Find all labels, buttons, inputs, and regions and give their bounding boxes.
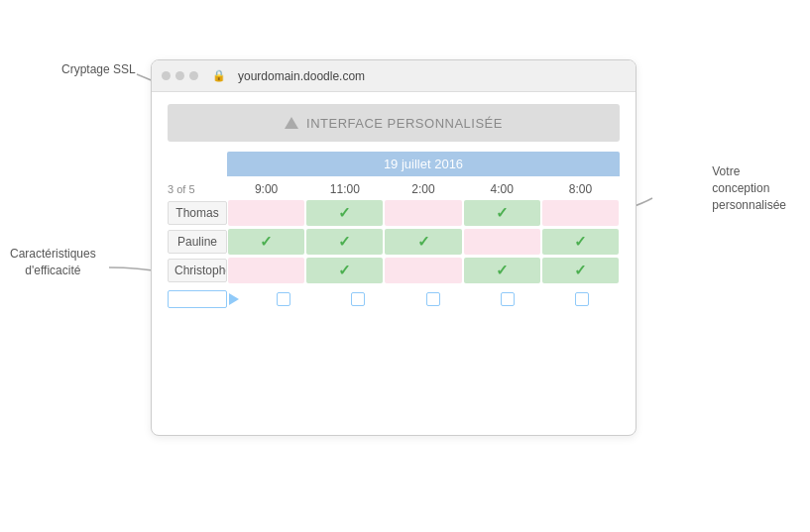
triangle-icon — [285, 117, 298, 129]
annotation-votre: Votreconceptionpersonnalisée — [712, 163, 786, 213]
checkbox-icon[interactable] — [501, 292, 515, 306]
time-0: 9:00 — [227, 180, 305, 198]
browser-dot-1 — [162, 71, 171, 80]
check-icon: ✓ — [496, 262, 509, 279]
slot-pauline-2: ✓ — [385, 229, 461, 255]
slot-input-3 — [471, 286, 543, 312]
slot-thomas-3: ✓ — [464, 200, 540, 226]
checkbox-icon[interactable] — [277, 292, 290, 306]
check-icon: ✓ — [260, 233, 273, 251]
check-icon: ✓ — [574, 233, 587, 251]
name-thomas: Thomas — [168, 201, 227, 225]
date-header: 19 juillet 2016 — [227, 152, 620, 176]
slot-christophe-2 — [385, 258, 461, 283]
slot-thomas-1: ✓ — [306, 200, 383, 226]
slot-pauline-1: ✓ — [306, 229, 383, 255]
time-headers: 9:00 11:00 2:00 4:00 8:00 — [227, 180, 620, 198]
lock-icon: 🔒 — [212, 69, 226, 82]
browser-window: 🔒 yourdomain.doodle.com INTERFACE PERSON… — [151, 59, 636, 436]
pagination-info: 3 of 5 — [168, 183, 227, 195]
slots-pauline: ✓ ✓ ✓ ✓ — [227, 229, 620, 255]
slot-christophe-1: ✓ — [306, 258, 383, 283]
slot-pauline-3 — [464, 229, 540, 255]
name-input[interactable] — [173, 293, 222, 305]
slot-christophe-4: ✓ — [542, 258, 619, 283]
checkbox-icon[interactable] — [426, 292, 440, 306]
time-4: 8:00 — [541, 180, 620, 198]
check-icon: ✓ — [338, 204, 351, 222]
interface-bar-label: INTERFACE PERSONNALISÉE — [306, 116, 503, 131]
browser-dot-2 — [175, 71, 184, 80]
browser-toolbar: 🔒 yourdomain.doodle.com — [152, 60, 636, 92]
time-2: 2:00 — [384, 180, 462, 198]
check-icon: ✓ — [496, 204, 509, 222]
slot-input-2 — [397, 286, 469, 312]
arrow-icon — [229, 293, 239, 305]
browser-dots — [162, 71, 198, 80]
check-icon: ✓ — [574, 262, 587, 279]
input-row — [168, 286, 620, 312]
time-1: 11:00 — [305, 180, 384, 198]
slot-pauline-4: ✓ — [542, 229, 619, 255]
slot-input-4 — [546, 286, 619, 312]
name-input-cell — [168, 290, 227, 308]
url-bar: yourdomain.doodle.com — [238, 69, 365, 83]
annotation-ssl: Cryptage SSL — [61, 61, 136, 78]
slot-thomas-2 — [385, 200, 461, 226]
slots-christophe: ✓ ✓ ✓ — [227, 258, 620, 283]
slot-christophe-0 — [228, 258, 304, 283]
doodle-area: 19 juillet 2016 3 of 5 9:00 11:00 2:00 4… — [168, 152, 620, 312]
page-container: Cryptage SSL Sous-domaine personnalisé V… — [0, 0, 810, 532]
browser-dot-3 — [189, 71, 198, 80]
name-christophe: Christophe — [168, 259, 227, 282]
check-icon: ✓ — [417, 233, 430, 251]
slot-christophe-3: ✓ — [464, 258, 540, 283]
slot-thomas-4 — [542, 200, 619, 226]
schedule-table: Thomas ✓ ✓ Pauline ✓ — [168, 200, 620, 312]
slot-thomas-0 — [228, 200, 304, 226]
table-row: Thomas ✓ ✓ — [168, 200, 620, 226]
annotation-caract: Caractéristiquesd'efficacité — [10, 246, 96, 279]
pagination-row: 3 of 5 9:00 11:00 2:00 4:00 8:00 — [168, 180, 620, 198]
slot-input-0 — [247, 286, 319, 312]
table-row: Pauline ✓ ✓ ✓ ✓ — [168, 229, 620, 255]
check-icon: ✓ — [338, 262, 351, 279]
checkbox-icon[interactable] — [351, 292, 365, 306]
slots-thomas: ✓ ✓ — [227, 200, 620, 226]
time-3: 4:00 — [463, 180, 541, 198]
check-icon: ✓ — [338, 233, 351, 251]
slot-input-1 — [321, 286, 394, 312]
slot-pauline-0: ✓ — [228, 229, 304, 255]
browser-content: INTERFACE PERSONNALISÉE 19 juillet 2016 … — [152, 104, 636, 312]
slots-input — [246, 286, 620, 312]
table-row: Christophe ✓ ✓ ✓ — [168, 258, 620, 283]
name-pauline: Pauline — [168, 230, 227, 254]
interface-bar: INTERFACE PERSONNALISÉE — [168, 104, 620, 142]
checkbox-icon[interactable] — [575, 292, 589, 306]
